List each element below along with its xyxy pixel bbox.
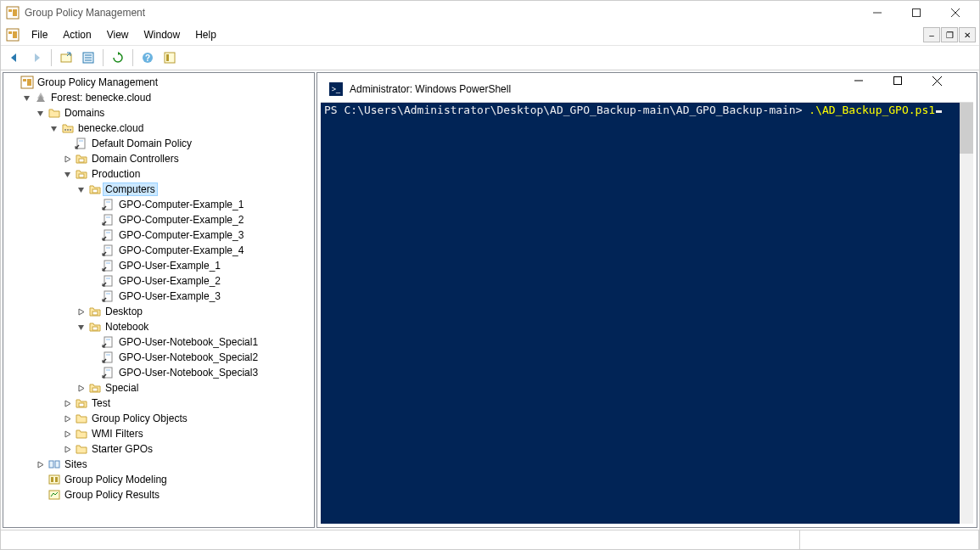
tree-pane[interactable]: Group Policy ManagementForest: benecke.c…: [3, 72, 315, 528]
close-button[interactable]: [936, 1, 974, 25]
forest-icon: [34, 91, 48, 104]
tree-domain-controllers[interactable]: Domain Controllers: [3, 151, 314, 166]
svg-rect-45: [92, 327, 98, 330]
svg-rect-52: [92, 388, 98, 391]
expand-icon[interactable]: [61, 397, 73, 409]
tree-label: Sites: [63, 458, 89, 470]
svg-rect-36: [104, 245, 112, 255]
collapse-icon[interactable]: [75, 321, 87, 333]
link-icon: [102, 289, 115, 303]
powershell-console[interactable]: PS C:\Users\Administrator\Desktop\AD_GPO…: [321, 103, 973, 524]
tree-gpo-item[interactable]: GPO-Computer-Example_3: [3, 227, 314, 243]
ps-maximize-button[interactable]: [893, 76, 932, 102]
mmc-icon: [6, 28, 20, 42]
spacer: [88, 244, 100, 256]
nav-back-button[interactable]: [4, 48, 25, 68]
mdi-minimize[interactable]: –: [923, 27, 940, 42]
statusbar: [1, 530, 979, 549]
tree-default-domain-policy[interactable]: Default Domain Policy: [3, 136, 314, 151]
ps-close-button[interactable]: [932, 76, 972, 102]
menu-view[interactable]: View: [100, 27, 136, 42]
svg-rect-57: [51, 477, 53, 482]
tree-label: GPO-User-Example_1: [117, 260, 222, 272]
svg-rect-30: [104, 199, 112, 210]
tree-gpo-item[interactable]: GPO-Computer-Example_2: [3, 212, 314, 227]
menu-file[interactable]: File: [25, 27, 54, 42]
ps-command: .\AD_Backup_GPO.ps1: [809, 104, 935, 116]
minimize-button[interactable]: [858, 1, 896, 25]
tree-computers[interactable]: Computers: [3, 182, 314, 197]
spacer: [88, 275, 100, 287]
tree-gpo-item[interactable]: GPO-User-Notebook_Special1: [3, 334, 314, 350]
ou-icon: [88, 320, 102, 334]
maximize-button[interactable]: [897, 1, 935, 25]
svg-rect-8: [8, 31, 12, 34]
expand-icon[interactable]: [34, 458, 46, 470]
ps-minimize-button[interactable]: [854, 76, 893, 102]
svg-rect-31: [106, 201, 110, 203]
new-window-button[interactable]: [56, 48, 76, 68]
expand-icon[interactable]: [61, 443, 73, 455]
tree-notebook[interactable]: Notebook: [3, 319, 314, 334]
expand-icon[interactable]: [75, 306, 87, 317]
tree-label: Group Policy Results: [63, 489, 161, 501]
tree-gpo-item[interactable]: GPO-User-Example_2: [3, 273, 314, 289]
tree-domains[interactable]: Domains: [3, 105, 314, 121]
tree-label: Group Policy Modeling: [63, 474, 169, 485]
mdi-close[interactable]: ✕: [959, 27, 976, 42]
options-button[interactable]: [160, 48, 180, 68]
tree-production[interactable]: Production: [3, 166, 314, 182]
menu-window[interactable]: Window: [137, 27, 188, 42]
collapse-icon[interactable]: [75, 183, 87, 195]
tree-root[interactable]: Group Policy Management: [3, 75, 314, 90]
tree-gpo-item[interactable]: GPO-Computer-Example_1: [3, 197, 314, 212]
spacer: [88, 290, 100, 302]
tree-gpo-item[interactable]: GPO-User-Notebook_Special3: [3, 365, 314, 380]
tree-wmi-filters[interactable]: WMI Filters: [3, 426, 314, 441]
menu-action[interactable]: Action: [56, 27, 98, 42]
expand-icon[interactable]: [61, 153, 73, 165]
svg-rect-61: [894, 77, 902, 85]
tree-gpo-item[interactable]: GPO-Computer-Example_4: [3, 243, 314, 258]
tree-label: Domains: [63, 107, 106, 119]
nav-forward-button[interactable]: [26, 48, 47, 68]
powershell-titlebar[interactable]: >_ Administrator: Windows PowerShell: [321, 76, 973, 103]
collapse-icon[interactable]: [61, 168, 73, 180]
expand-icon[interactable]: [61, 428, 73, 440]
collapse-icon[interactable]: [20, 92, 32, 104]
tree-label: Domain Controllers: [90, 153, 181, 165]
tree-gpo-item[interactable]: GPO-User-Example_3: [3, 289, 314, 304]
window-controls: [858, 1, 974, 25]
collapse-icon[interactable]: [48, 122, 59, 134]
tree-domain[interactable]: benecke.cloud: [3, 121, 314, 136]
spacer: [88, 336, 100, 348]
tree-gpo-objects[interactable]: Group Policy Objects: [3, 411, 314, 426]
tree-results[interactable]: Group Policy Results: [3, 487, 314, 502]
refresh-button[interactable]: [108, 48, 128, 68]
help-button[interactable]: ?: [137, 48, 158, 68]
tree-test[interactable]: Test: [3, 396, 314, 411]
expand-icon[interactable]: [75, 382, 87, 394]
svg-rect-47: [106, 339, 110, 340]
tree-label: WMI Filters: [90, 428, 145, 440]
menu-help[interactable]: Help: [188, 27, 223, 42]
svg-rect-50: [104, 368, 112, 378]
app-window: Group Policy Management File Action View…: [0, 0, 980, 550]
tree-forest[interactable]: Forest: benecke.cloud: [3, 90, 314, 105]
collapse-icon[interactable]: [34, 107, 46, 119]
tree-gpo-item[interactable]: GPO-User-Notebook_Special2: [3, 350, 314, 365]
mdi-restore[interactable]: ❐: [941, 27, 958, 42]
tree-sites[interactable]: Sites: [3, 457, 314, 472]
properties-button[interactable]: [78, 48, 98, 68]
expand-icon[interactable]: [61, 412, 73, 424]
sites-icon: [48, 457, 61, 471]
tree-label: Production: [90, 168, 142, 180]
toolbar-separator: [103, 49, 104, 66]
tree-starter-gpos[interactable]: Starter GPOs: [3, 441, 314, 457]
tree-special[interactable]: Special: [3, 380, 314, 396]
scrollbar-thumb[interactable]: [960, 103, 973, 154]
tree-desktop[interactable]: Desktop: [3, 304, 314, 319]
tree-gpo-item[interactable]: GPO-User-Example_1: [3, 258, 314, 273]
ps-scrollbar[interactable]: [960, 103, 973, 524]
tree-modeling[interactable]: Group Policy Modeling: [3, 472, 314, 487]
